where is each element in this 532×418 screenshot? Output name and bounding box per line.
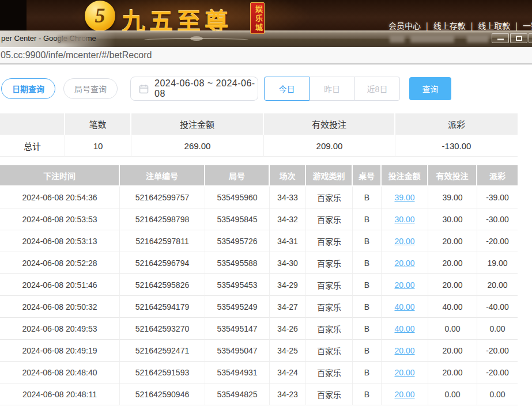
cell-valid-bet: 30.00 (428, 208, 477, 230)
tab-round-query[interactable]: 局号查询 (63, 78, 118, 99)
cell-valid-bet: 0.00 (428, 318, 477, 340)
bet-amount-link[interactable]: 20.00 (394, 346, 414, 355)
cell-session: 34-26 (270, 318, 306, 340)
column-header: 笔数 (65, 113, 131, 135)
cell-table-no: B (353, 252, 382, 274)
table-row: 2024-06-08 20:50:32 521642594179 5354952… (0, 296, 518, 318)
cell-bet-amount: 20.00 (382, 274, 428, 296)
cell-valid-bet: 20.00 (428, 252, 477, 274)
cell-session: 34-32 (270, 208, 306, 230)
cell-bet-amount: 30.00 (382, 208, 428, 230)
summary-payout: -130.00 (395, 135, 518, 157)
cell-bet-id: 521642599757 (120, 187, 205, 208)
cell-payout: 19.00 (477, 252, 518, 274)
summary-count: 10 (65, 135, 131, 157)
table-row: 2024-06-08 20:48:40 521642591593 5354949… (0, 362, 518, 383)
cell-game-type: 百家乐 (306, 208, 353, 230)
cell-session: 34-29 (270, 274, 306, 296)
bet-amount-link[interactable]: 40.00 (394, 302, 414, 311)
bet-amount-link[interactable]: 20.00 (394, 368, 414, 377)
bet-table-header-row: 下注时间注单编号局号场次游戏类别桌号投注金额有效投注派彩 (0, 165, 518, 187)
bet-amount-link[interactable]: 40.00 (394, 324, 414, 333)
nav-link[interactable]: 一键 (523, 21, 532, 31)
nav-separator: | (426, 21, 428, 31)
cell-game-type: 百家乐 (306, 318, 353, 340)
minimize-button[interactable] (492, 33, 509, 43)
column-header: 桌号 (353, 165, 382, 187)
tab-date-query[interactable]: 日期查询 (1, 78, 55, 99)
cell-game-type: 百家乐 (306, 362, 353, 383)
bet-amount-link[interactable]: 20.00 (394, 390, 414, 399)
cell-valid-bet: 20.00 (428, 362, 477, 383)
bet-amount-link[interactable]: 39.00 (394, 193, 414, 202)
cell-round-id: 535495726 (205, 230, 270, 252)
close-button[interactable] (529, 33, 532, 43)
cell-bet-amount: 20.00 (382, 230, 428, 252)
cell-payout: -40.00 (477, 296, 518, 318)
cell-game-type: 百家乐 (306, 383, 353, 405)
cell-bet-time: 2024-06-08 20:50:32 (0, 296, 120, 318)
summary-header-row: 笔数投注金额有效投注派彩 (0, 113, 518, 135)
table-row: 2024-06-08 20:51:46 521642595826 5354954… (0, 274, 518, 296)
cell-session: 34-25 (270, 340, 306, 362)
quick-today-button[interactable]: 今日 (264, 77, 310, 101)
casino-logo-icon[interactable]: 5 (85, 1, 115, 31)
search-button[interactable]: 查询 (409, 77, 451, 100)
bet-record-page: 日期查询 局号查询 2024-06-08 ~ 2024-06-08 今日 昨日 … (0, 66, 532, 405)
cell-bet-time: 2024-06-08 20:48:11 (0, 383, 120, 405)
cell-bet-time: 2024-06-08 20:51:46 (0, 274, 120, 296)
summary-total-label: 总计 (0, 135, 65, 157)
column-header: 注单编号 (120, 165, 205, 187)
filter-toolbar: 日期查询 局号查询 2024-06-08 ~ 2024-06-08 今日 昨日 … (1, 77, 532, 101)
cell-session: 34-33 (270, 187, 306, 208)
cell-valid-bet: 0.00 (428, 383, 477, 405)
nav-link[interactable]: 会员中心 (388, 21, 421, 31)
table-row: 2024-06-08 20:49:19 521642592471 5354950… (0, 340, 518, 362)
summary-table: 笔数投注金额有效投注派彩 总计 10 269.00 209.00 -130.00 (0, 113, 518, 157)
cell-round-id: 535495147 (205, 318, 270, 340)
cell-table-no: B (353, 208, 382, 230)
cell-session: 34-31 (270, 230, 306, 252)
cell-game-type: 百家乐 (306, 187, 353, 208)
cell-round-id: 535494931 (205, 362, 270, 383)
cell-round-id: 535495047 (205, 340, 270, 362)
date-range-picker[interactable]: 2024-06-08 ~ 2024-06-08 (130, 77, 258, 101)
cell-valid-bet: 39.00 (428, 187, 477, 208)
cell-bet-amount: 39.00 (382, 187, 428, 208)
quick-last8days-button[interactable]: 近8日 (354, 77, 400, 101)
url-text: 05.cc:9900/infe/mcenter/#/betRecord (1, 50, 152, 60)
bet-amount-link[interactable]: 20.00 (394, 237, 414, 246)
column-header: 派彩 (477, 165, 518, 187)
header-swirl-decoration (143, 38, 250, 42)
column-header: 投注金额 (131, 113, 264, 135)
nav-link[interactable]: 线上取款 (478, 21, 510, 31)
chrome-titlebar[interactable]: per Center - Google Chrome (0, 31, 532, 47)
cell-game-type: 百家乐 (306, 230, 353, 252)
cell-bet-amount: 20.00 (382, 252, 428, 274)
cell-game-type: 百家乐 (306, 296, 353, 318)
bet-record-table: 下注时间注单编号局号场次游戏类别桌号投注金额有效投注派彩 2024-06-08 … (0, 165, 518, 405)
cell-table-no: B (353, 383, 382, 405)
cell-payout: -20.00 (477, 340, 518, 362)
cell-payout: -30.00 (477, 208, 518, 230)
cell-round-id: 535495960 (205, 187, 270, 208)
maximize-button[interactable] (510, 33, 527, 43)
cell-bet-time: 2024-06-08 20:49:19 (0, 340, 120, 362)
column-header: 下注时间 (0, 165, 120, 187)
bet-amount-link[interactable]: 20.00 (394, 280, 414, 290)
nav-separator: | (515, 21, 518, 31)
column-header: 派彩 (395, 113, 518, 135)
header-left-dark-strip (0, 0, 27, 32)
redacted-text-blur (410, 35, 454, 43)
bet-amount-link[interactable]: 20.00 (394, 259, 414, 268)
cell-bet-id: 521642596794 (120, 252, 205, 274)
bet-amount-link[interactable]: 30.00 (394, 215, 414, 224)
cell-bet-id: 521642595826 (120, 274, 205, 296)
cell-round-id: 535495453 (205, 274, 270, 296)
chrome-urlbar[interactable]: 05.cc:9900/infe/mcenter/#/betRecord (0, 48, 532, 64)
cell-valid-bet: 20.00 (428, 340, 477, 362)
cell-bet-time: 2024-06-08 20:53:53 (0, 208, 120, 230)
logo-badge-text: 5 (95, 3, 105, 28)
nav-link[interactable]: 线上存款 (433, 21, 466, 31)
quick-yesterday-button[interactable]: 昨日 (310, 77, 355, 101)
